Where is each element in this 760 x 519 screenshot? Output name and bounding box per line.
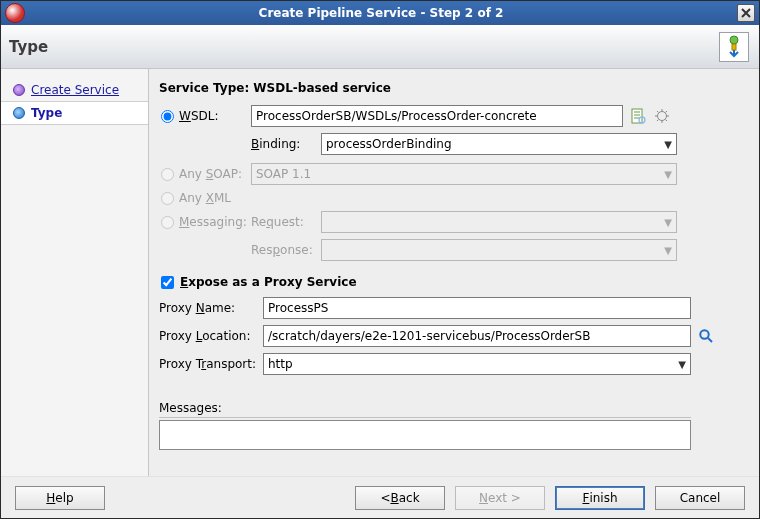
- step-label: Create Service: [31, 83, 119, 97]
- binding-row: Binding: processOrderBinding ▼: [159, 133, 749, 155]
- wizard-footer: Help < Back Next > Finish Cancel: [1, 476, 759, 518]
- radio-wsdl-input[interactable]: [161, 110, 174, 123]
- proxy-name-field[interactable]: [263, 297, 691, 319]
- step-create-service[interactable]: Create Service: [1, 79, 148, 101]
- step-dot-icon: [13, 107, 25, 119]
- svg-rect-2: [632, 109, 642, 123]
- messages-section: Messages:: [159, 401, 749, 450]
- service-type-heading: Service Type: WSDL-based service: [159, 81, 749, 95]
- pipeline-icon: [719, 32, 749, 62]
- page-title: Type: [9, 38, 48, 56]
- expose-proxy-label[interactable]: Expose as a Proxy Service: [180, 275, 357, 289]
- radio-messaging: Messaging:: [159, 215, 251, 229]
- binding-label: Binding:: [251, 137, 321, 151]
- close-icon: [741, 8, 751, 18]
- binding-value: processOrderBinding: [326, 137, 452, 151]
- expose-proxy-row: Expose as a Proxy Service: [159, 275, 749, 289]
- step-dot-icon: [13, 84, 25, 96]
- browse-wsdl-button[interactable]: [629, 107, 647, 125]
- chevron-down-icon: ▼: [664, 169, 672, 180]
- svg-point-0: [730, 36, 738, 44]
- svg-point-4: [658, 112, 667, 121]
- chevron-down-icon: ▼: [664, 245, 672, 256]
- proxy-name-row: Proxy Name:: [159, 297, 749, 319]
- search-icon: [698, 328, 714, 344]
- any-xml-row: Any XML: [159, 191, 749, 205]
- response-combo: ▼: [321, 239, 677, 261]
- radio-messaging-input: [161, 216, 174, 229]
- next-button: Next >: [455, 486, 545, 510]
- proxy-transport-combo[interactable]: http ▼: [263, 353, 691, 375]
- response-label: Response:: [251, 243, 321, 257]
- wsdl-row: WSDL:: [159, 105, 749, 127]
- messages-label: Messages:: [159, 401, 691, 418]
- chevron-down-icon: ▼: [678, 359, 686, 370]
- expose-proxy-checkbox[interactable]: [161, 276, 174, 289]
- radio-any-xml-input: [161, 192, 174, 205]
- wizard-body: Create Service Type Service Type: WSDL-b…: [1, 69, 759, 476]
- step-type: Type: [1, 101, 148, 125]
- step-label: Type: [31, 106, 62, 120]
- wizard-content: Service Type: WSDL-based service WSDL: B: [149, 69, 759, 476]
- wizard-steps-sidebar: Create Service Type: [1, 69, 149, 476]
- radio-any-soap: Any SOAP:: [159, 167, 251, 181]
- binding-combo[interactable]: processOrderBinding ▼: [321, 133, 677, 155]
- radio-wsdl[interactable]: WSDL:: [159, 109, 251, 123]
- cancel-button[interactable]: Cancel: [655, 486, 745, 510]
- radio-any-soap-input: [161, 168, 174, 181]
- proxy-transport-row: Proxy Transport: http ▼: [159, 353, 749, 375]
- svg-point-5: [700, 330, 708, 338]
- help-button[interactable]: Help: [15, 486, 105, 510]
- back-button[interactable]: < Back: [355, 486, 445, 510]
- radio-any-xml: Any XML: [159, 191, 251, 205]
- soap-version-combo: SOAP 1.1 ▼: [251, 163, 677, 185]
- proxy-location-field[interactable]: [263, 325, 691, 347]
- finish-button[interactable]: Finish: [555, 486, 645, 510]
- request-label: Request:: [251, 215, 321, 229]
- proxy-transport-label: Proxy Transport:: [159, 357, 263, 371]
- proxy-location-row: Proxy Location:: [159, 325, 749, 347]
- window-close-button[interactable]: [737, 4, 755, 22]
- configure-wsdl-button[interactable]: [653, 107, 671, 125]
- request-combo: ▼: [321, 211, 677, 233]
- window-title: Create Pipeline Service - Step 2 of 2: [29, 6, 733, 20]
- proxy-name-label: Proxy Name:: [159, 301, 263, 315]
- chevron-down-icon: ▼: [664, 139, 672, 150]
- wsdl-path-field[interactable]: [251, 105, 623, 127]
- response-row: Response: ▼: [159, 239, 749, 261]
- svg-rect-1: [732, 44, 736, 50]
- proxy-location-label: Proxy Location:: [159, 329, 263, 343]
- proxy-transport-value: http: [268, 357, 293, 371]
- app-icon: [5, 3, 25, 23]
- messaging-row: Messaging: Request: ▼: [159, 211, 749, 233]
- wizard-header: Type: [1, 25, 759, 69]
- any-soap-row: Any SOAP: SOAP 1.1 ▼: [159, 163, 749, 185]
- soap-version-value: SOAP 1.1: [256, 167, 311, 181]
- browse-location-button[interactable]: [697, 327, 715, 345]
- chevron-down-icon: ▼: [664, 217, 672, 228]
- messages-box: [159, 420, 691, 450]
- titlebar: Create Pipeline Service - Step 2 of 2: [1, 1, 759, 25]
- dialog-window: Create Pipeline Service - Step 2 of 2 Ty…: [0, 0, 760, 519]
